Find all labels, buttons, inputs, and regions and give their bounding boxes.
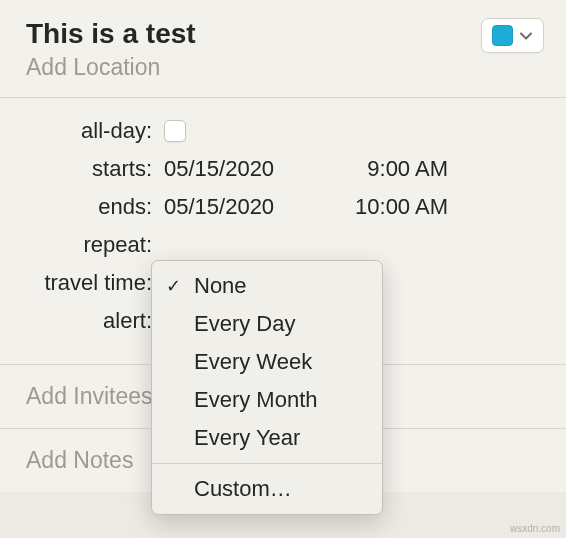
header-left: This is a test Add Location xyxy=(26,18,481,81)
ends-row: ends: 05/15/2020 10:00 AM xyxy=(24,194,542,220)
repeat-option-label: Every Day xyxy=(194,311,295,337)
popup-separator xyxy=(152,463,382,464)
all-day-row: all-day: xyxy=(24,118,542,144)
ends-value: 05/15/2020 10:00 AM xyxy=(164,194,448,220)
repeat-row: repeat: xyxy=(24,232,542,258)
event-title[interactable]: This is a test xyxy=(26,18,481,50)
repeat-option-label: Every Month xyxy=(194,387,318,413)
repeat-label: repeat: xyxy=(24,232,164,258)
repeat-option-every-week[interactable]: Every Week xyxy=(152,343,382,381)
starts-time[interactable]: 9:00 AM xyxy=(348,156,448,182)
repeat-option-every-day[interactable]: Every Day xyxy=(152,305,382,343)
travel-time-label: travel time: xyxy=(24,270,164,296)
starts-value: 05/15/2020 9:00 AM xyxy=(164,156,448,182)
watermark: wsxdn.com xyxy=(510,523,560,534)
repeat-option-every-month[interactable]: Every Month xyxy=(152,381,382,419)
ends-time[interactable]: 10:00 AM xyxy=(348,194,448,220)
repeat-option-custom[interactable]: Custom… xyxy=(152,470,382,508)
notes-placeholder: Add Notes xyxy=(26,447,133,473)
repeat-option-label: Every Week xyxy=(194,349,312,375)
all-day-checkbox[interactable] xyxy=(164,120,186,142)
location-field[interactable]: Add Location xyxy=(26,54,481,81)
repeat-option-every-year[interactable]: Every Year xyxy=(152,419,382,457)
checkmark-icon: ✓ xyxy=(166,275,184,297)
repeat-option-label: Custom… xyxy=(194,476,292,502)
event-header: This is a test Add Location xyxy=(0,0,566,97)
calendar-color-picker[interactable] xyxy=(481,18,544,53)
chevron-down-icon xyxy=(519,29,533,43)
alert-label: alert: xyxy=(24,308,164,334)
repeat-popup-menu: ✓ None Every Day Every Week Every Month … xyxy=(151,260,383,515)
repeat-option-none[interactable]: ✓ None xyxy=(152,267,382,305)
starts-row: starts: 05/15/2020 9:00 AM xyxy=(24,156,542,182)
starts-date[interactable]: 05/15/2020 xyxy=(164,156,314,182)
repeat-option-label: None xyxy=(194,273,247,299)
all-day-label: all-day: xyxy=(24,118,164,144)
repeat-option-label: Every Year xyxy=(194,425,300,451)
calendar-color-swatch xyxy=(492,25,513,46)
ends-label: ends: xyxy=(24,194,164,220)
ends-date[interactable]: 05/15/2020 xyxy=(164,194,314,220)
starts-label: starts: xyxy=(24,156,164,182)
